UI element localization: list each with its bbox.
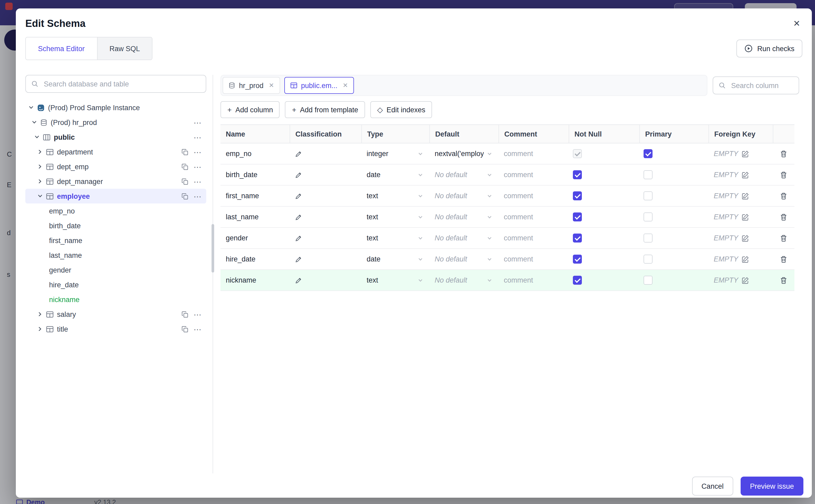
- copy-icon[interactable]: [181, 163, 188, 170]
- more-icon[interactable]: ⋯: [194, 325, 202, 333]
- tree-table-title[interactable]: title ⋯: [25, 322, 206, 336]
- comment-input[interactable]: comment: [499, 186, 569, 206]
- delete-row-button[interactable]: [780, 234, 788, 242]
- more-icon[interactable]: ⋯: [194, 310, 202, 318]
- caret-down-icon[interactable]: [37, 193, 43, 199]
- primary-checkbox[interactable]: [644, 149, 653, 158]
- comment-input[interactable]: comment: [499, 207, 569, 227]
- tab-raw-sql[interactable]: Raw SQL: [97, 37, 152, 60]
- tree-table-dept-manager[interactable]: dept_manager ⋯: [25, 174, 206, 189]
- tree-table-dept-emp[interactable]: dept_emp ⋯: [25, 159, 206, 174]
- tree-item-schema-public[interactable]: public ⋯: [25, 130, 206, 144]
- not-null-checkbox[interactable]: [573, 212, 582, 221]
- add-column-button[interactable]: + Add column: [220, 101, 280, 118]
- comment-input[interactable]: comment: [499, 228, 569, 248]
- comment-input[interactable]: comment: [499, 143, 569, 164]
- primary-checkbox[interactable]: [644, 276, 653, 285]
- default-select[interactable]: No default: [430, 270, 499, 290]
- chip-close-icon[interactable]: ✕: [342, 82, 348, 89]
- tree-item-instance[interactable]: (Prod) Prod Sample Instance: [25, 100, 206, 115]
- cancel-button[interactable]: Cancel: [692, 477, 733, 496]
- more-icon[interactable]: ⋯: [194, 192, 202, 200]
- name-cell[interactable]: birth_date: [220, 164, 289, 185]
- copy-icon[interactable]: [181, 311, 188, 318]
- more-icon[interactable]: ⋯: [194, 163, 202, 171]
- default-select[interactable]: No default: [430, 228, 499, 248]
- tree-column-hire-date[interactable]: hire_date: [25, 277, 206, 292]
- name-cell[interactable]: first_name: [220, 186, 289, 206]
- type-select[interactable]: date: [361, 164, 430, 185]
- comment-input[interactable]: comment: [499, 270, 569, 290]
- foreign-key-edit-icon[interactable]: [741, 171, 749, 178]
- classification-edit-button[interactable]: [295, 192, 302, 200]
- delete-row-button[interactable]: [780, 276, 788, 284]
- not-null-checkbox[interactable]: [573, 191, 582, 200]
- more-icon[interactable]: ⋯: [194, 148, 202, 156]
- delete-row-button[interactable]: [780, 192, 788, 200]
- delete-row-button[interactable]: [780, 149, 788, 158]
- type-select[interactable]: text: [361, 270, 430, 290]
- delete-row-button[interactable]: [780, 213, 788, 221]
- delete-row-button[interactable]: [780, 171, 788, 179]
- foreign-key-edit-icon[interactable]: [741, 255, 749, 263]
- default-select[interactable]: nextval('employ: [430, 143, 499, 164]
- database-search-input[interactable]: [43, 79, 200, 88]
- classification-edit-button[interactable]: [295, 234, 302, 242]
- tree-table-department[interactable]: department ⋯: [25, 144, 206, 159]
- comment-input[interactable]: comment: [499, 249, 569, 269]
- name-cell[interactable]: gender: [220, 228, 289, 248]
- name-cell[interactable]: emp_no: [220, 143, 289, 164]
- foreign-key-edit-icon[interactable]: [741, 213, 749, 221]
- not-null-checkbox[interactable]: [573, 255, 582, 264]
- type-select[interactable]: integer: [361, 143, 430, 164]
- not-null-checkbox[interactable]: [573, 276, 582, 285]
- tree-column-first-name[interactable]: first_name: [25, 233, 206, 248]
- chip-close-icon[interactable]: ✕: [269, 82, 274, 89]
- caret-down-icon[interactable]: [32, 120, 37, 125]
- foreign-key-edit-icon[interactable]: [741, 277, 749, 284]
- foreign-key-edit-icon[interactable]: [741, 192, 749, 200]
- primary-checkbox[interactable]: [644, 191, 653, 200]
- tree-column-last-name[interactable]: last_name: [25, 248, 206, 263]
- tree-column-nickname[interactable]: nickname: [25, 292, 206, 307]
- column-search-input[interactable]: [730, 81, 793, 90]
- tree-item-database[interactable]: (Prod) hr_prod ⋯: [25, 115, 206, 130]
- foreign-key-edit-icon[interactable]: [741, 234, 749, 242]
- tree-column-birth-date[interactable]: birth_date: [25, 218, 206, 233]
- not-null-checkbox[interactable]: [573, 234, 582, 243]
- tree-table-employee[interactable]: employee ⋯: [25, 189, 206, 203]
- copy-icon[interactable]: [181, 148, 188, 155]
- tree-column-gender[interactable]: gender: [25, 263, 206, 277]
- tab-schema-editor[interactable]: Schema Editor: [26, 37, 97, 60]
- preview-issue-button[interactable]: Preview issue: [740, 477, 803, 496]
- not-null-checkbox[interactable]: [573, 149, 582, 158]
- primary-checkbox[interactable]: [644, 170, 653, 179]
- add-from-template-button[interactable]: + Add from template: [285, 101, 365, 118]
- caret-right-icon[interactable]: [37, 326, 43, 332]
- classification-edit-button[interactable]: [295, 255, 302, 263]
- copy-icon[interactable]: [181, 326, 188, 332]
- type-select[interactable]: text: [361, 228, 430, 248]
- more-icon[interactable]: ⋯: [194, 133, 202, 141]
- caret-right-icon[interactable]: [37, 312, 43, 317]
- primary-checkbox[interactable]: [644, 212, 653, 221]
- name-cell[interactable]: last_name: [220, 207, 289, 227]
- primary-checkbox[interactable]: [644, 234, 653, 243]
- more-icon[interactable]: ⋯: [194, 177, 202, 185]
- foreign-key-edit-icon[interactable]: [741, 150, 749, 157]
- default-select[interactable]: No default: [430, 164, 499, 185]
- copy-icon[interactable]: [181, 178, 188, 185]
- default-select[interactable]: No default: [430, 207, 499, 227]
- caret-right-icon[interactable]: [37, 149, 43, 154]
- type-select[interactable]: text: [361, 186, 430, 206]
- caret-down-icon[interactable]: [34, 134, 40, 140]
- classification-edit-button[interactable]: [295, 213, 302, 221]
- name-cell[interactable]: nickname: [220, 270, 289, 290]
- type-select[interactable]: text: [361, 207, 430, 227]
- default-select[interactable]: No default: [430, 249, 499, 269]
- caret-right-icon[interactable]: [37, 179, 43, 184]
- caret-down-icon[interactable]: [28, 105, 34, 110]
- primary-checkbox[interactable]: [644, 255, 653, 264]
- chip-table-public-employee[interactable]: public.em... ✕: [284, 77, 354, 94]
- tree-table-salary[interactable]: salary ⋯: [25, 307, 206, 322]
